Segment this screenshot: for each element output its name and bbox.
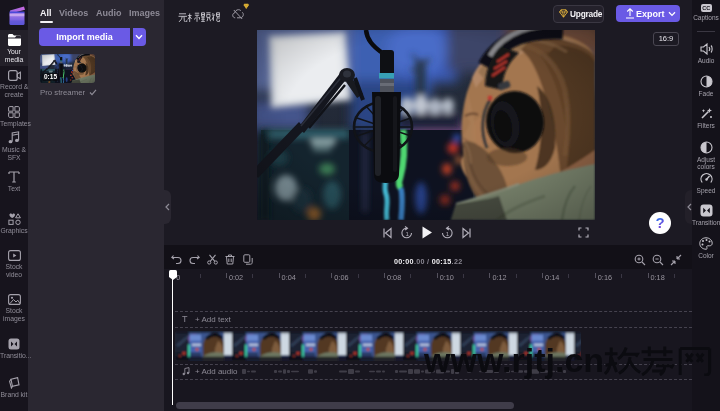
svg-text:CC: CC — [702, 5, 710, 11]
svg-text:1: 1 — [446, 231, 450, 237]
svg-text:1: 1 — [406, 231, 410, 237]
